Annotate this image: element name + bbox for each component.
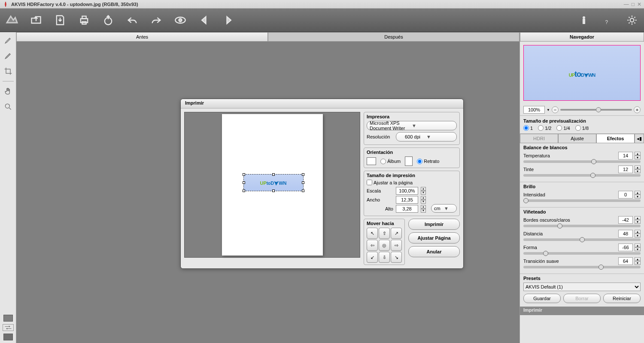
print-button[interactable]: Imprimir <box>408 219 460 230</box>
zoom-input[interactable] <box>523 106 545 114</box>
orientation-album[interactable]: Álbum <box>380 159 401 164</box>
preset-select[interactable]: AKVIS Default (1) <box>523 283 641 291</box>
publish-icon[interactable] <box>100 12 116 28</box>
move-w-icon[interactable]: ⇦ <box>367 240 378 251</box>
move-ne-icon[interactable]: ↗ <box>391 228 402 239</box>
maximize-button[interactable]: □ <box>632 1 635 7</box>
info-icon[interactable] <box>576 12 592 28</box>
color-swatch-2[interactable] <box>3 334 13 340</box>
cancel-button[interactable]: Anular <box>408 246 460 257</box>
move-se-icon[interactable]: ↘ <box>391 252 402 263</box>
print-preview[interactable]: UPtoD⮟WN <box>184 112 360 258</box>
spin-down[interactable]: ▼ <box>635 247 641 251</box>
temperature-input[interactable] <box>618 152 633 159</box>
spin-down[interactable]: ▼ <box>635 156 641 159</box>
tint-label: Tinte <box>523 167 617 172</box>
spin-down[interactable]: ▼ <box>635 234 641 238</box>
move-n-icon[interactable]: ⇧ <box>379 228 390 239</box>
move-e-icon[interactable]: ⇨ <box>391 240 402 251</box>
edges-slider[interactable] <box>523 225 641 227</box>
move-nw-icon[interactable]: ↖ <box>367 228 378 239</box>
brush-tool-icon[interactable] <box>3 35 14 46</box>
tint-input[interactable] <box>618 165 633 173</box>
scale-input[interactable] <box>396 187 418 195</box>
preview-size-eighth[interactable]: 1/8 <box>575 125 589 131</box>
intensity-slider[interactable] <box>523 199 641 202</box>
print-bar[interactable]: Imprimir <box>520 307 644 315</box>
shape-input[interactable] <box>618 244 633 251</box>
open-icon[interactable] <box>28 12 44 28</box>
close-button[interactable]: ✕ <box>637 1 641 7</box>
move-center-icon[interactable]: ◎ <box>379 240 390 251</box>
edges-input[interactable] <box>618 216 633 224</box>
zoom-out-icon[interactable]: − <box>552 106 559 113</box>
color-swatch[interactable] <box>3 315 13 322</box>
spin-up[interactable]: ▲ <box>635 216 641 220</box>
preview-size-1[interactable]: 1 <box>523 125 533 131</box>
preset-delete-button[interactable]: Borrar <box>563 294 601 303</box>
hand-tool-icon[interactable] <box>3 86 14 97</box>
print-size-title: Tamaño de impresión <box>367 173 457 178</box>
tint-slider[interactable] <box>523 174 641 177</box>
next-icon[interactable] <box>221 12 236 28</box>
tab-before[interactable]: Antes <box>16 32 268 42</box>
preset-save-button[interactable]: Guardar <box>523 294 561 303</box>
distance-slider[interactable] <box>523 238 641 241</box>
tab-after[interactable]: Después <box>268 32 519 42</box>
distance-input[interactable] <box>618 230 633 238</box>
preview-size-half[interactable]: 1/2 <box>538 125 551 131</box>
unit-select[interactable]: cm▼ <box>431 204 457 213</box>
preview-size-title: Tamaño de previsualización <box>523 118 641 123</box>
spin-up[interactable]: ▲ <box>635 230 641 234</box>
zoom-tool-icon[interactable] <box>3 101 14 112</box>
spin-down[interactable]: ▼ <box>635 220 641 224</box>
transition-label: Transición suave <box>523 259 617 264</box>
zoom-slider[interactable] <box>560 109 632 111</box>
spin-down[interactable]: ▼ <box>635 169 641 173</box>
minimize-button[interactable]: — <box>624 1 629 7</box>
preset-reset-button[interactable]: Reiniciar <box>603 294 641 303</box>
transition-slider[interactable] <box>523 266 641 268</box>
swap-view-icon[interactable] <box>3 324 14 331</box>
prev-icon[interactable] <box>197 12 212 28</box>
subtab-hdri[interactable]: HDRI <box>520 134 558 143</box>
orientation-portrait[interactable]: Retrato <box>417 159 439 164</box>
presets-title: Presets <box>523 276 641 281</box>
spin-up[interactable]: ▲ <box>635 152 641 156</box>
fit-page-checkbox[interactable]: Ajustar a la página <box>367 180 457 185</box>
temperature-slider[interactable] <box>523 160 641 163</box>
undo-icon[interactable] <box>125 12 140 28</box>
crop-tool-icon[interactable] <box>3 66 14 77</box>
svg-rect-7 <box>583 19 585 24</box>
eraser-tool-icon[interactable] <box>3 50 14 61</box>
printer-select[interactable]: Microsoft XPS Document Writer▼ <box>367 121 457 130</box>
subtab-efectos[interactable]: Efectos <box>596 134 635 143</box>
print-icon[interactable] <box>76 12 92 28</box>
run-icon[interactable] <box>173 12 188 28</box>
resolution-select[interactable]: 600 dpi▼ <box>396 132 457 141</box>
expand-icon[interactable]: ◂▮ <box>635 134 644 143</box>
height-input[interactable] <box>396 205 418 213</box>
move-sw-icon[interactable]: ↙ <box>367 252 378 263</box>
intensity-input[interactable] <box>618 191 633 199</box>
redo-icon[interactable] <box>149 12 164 28</box>
help-icon[interactable]: ? <box>600 12 616 28</box>
zoom-in-icon[interactable]: + <box>634 106 641 113</box>
spin-up[interactable]: ▲ <box>635 257 641 261</box>
shape-slider[interactable] <box>523 252 641 255</box>
vignette-title: Viñeteado <box>523 209 641 214</box>
subtab-ajuste[interactable]: Ajuste <box>558 134 596 143</box>
navigator-preview[interactable]: UPtoD⮟WN <box>523 45 641 101</box>
transition-input[interactable] <box>618 257 633 265</box>
move-s-icon[interactable]: ⇩ <box>379 252 390 263</box>
save-icon[interactable] <box>52 12 68 28</box>
spin-up[interactable]: ▲ <box>635 244 641 247</box>
spin-up[interactable]: ▲ <box>635 165 641 169</box>
spin-down[interactable]: ▼ <box>635 195 641 199</box>
preview-size-quarter[interactable]: 1/4 <box>556 125 570 131</box>
settings-icon[interactable] <box>624 12 640 28</box>
fit-page-button[interactable]: Ajustar Página <box>408 232 460 244</box>
spin-down[interactable]: ▼ <box>635 261 641 265</box>
spin-up[interactable]: ▲ <box>635 191 641 195</box>
width-input[interactable] <box>396 196 418 204</box>
